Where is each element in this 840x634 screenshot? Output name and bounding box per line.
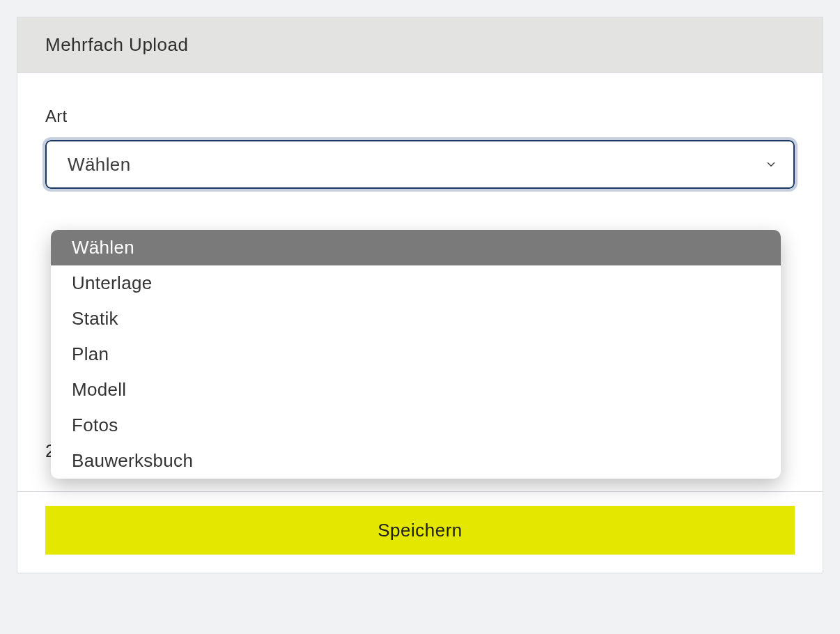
card-header: Mehrfach Upload bbox=[17, 17, 823, 73]
art-label: Art bbox=[45, 107, 795, 126]
art-select[interactable]: Wählen bbox=[45, 140, 795, 189]
art-select-wrap: Wählen bbox=[45, 140, 795, 189]
art-option-unterlage[interactable]: Unterlage bbox=[51, 265, 781, 301]
art-select-value: Wählen bbox=[68, 154, 131, 176]
chevron-down-icon bbox=[764, 157, 778, 171]
card-footer: Speichern bbox=[17, 491, 823, 573]
art-option-bauwerksbuch[interactable]: Bauwerksbuch bbox=[51, 443, 781, 479]
card-body: Art Wählen 20 MB pro Datei, 20 MB insges… bbox=[17, 73, 823, 491]
save-button[interactable]: Speichern bbox=[45, 506, 795, 555]
art-option-modell[interactable]: Modell bbox=[51, 372, 781, 408]
art-dropdown: Wählen Unterlage Statik Plan Modell Foto… bbox=[51, 230, 781, 479]
art-option-waehlen[interactable]: Wählen bbox=[51, 230, 781, 265]
art-option-statik[interactable]: Statik bbox=[51, 301, 781, 337]
card-title: Mehrfach Upload bbox=[45, 34, 795, 56]
art-option-fotos[interactable]: Fotos bbox=[51, 408, 781, 443]
upload-card: Mehrfach Upload Art Wählen 20 MB pro Dat… bbox=[17, 17, 823, 573]
art-option-plan[interactable]: Plan bbox=[51, 337, 781, 372]
